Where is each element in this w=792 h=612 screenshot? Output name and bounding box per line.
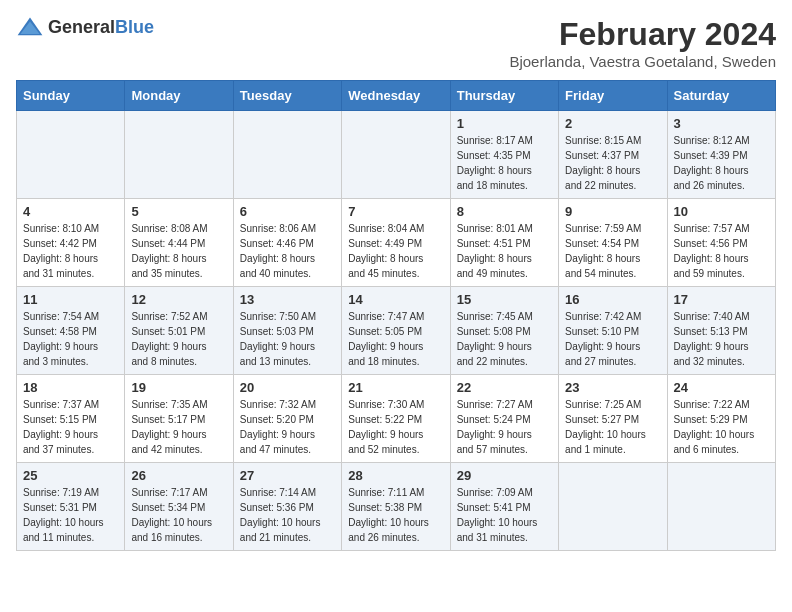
day-info: Sunrise: 7:25 AMSunset: 5:27 PMDaylight:… [565,397,660,457]
day-number: 7 [348,204,443,219]
day-info: Sunrise: 7:19 AMSunset: 5:31 PMDaylight:… [23,485,118,545]
calendar-cell: 17Sunrise: 7:40 AMSunset: 5:13 PMDayligh… [667,287,775,375]
day-number: 1 [457,116,552,131]
calendar-cell [342,111,450,199]
calendar-cell [17,111,125,199]
day-info: Sunrise: 7:50 AMSunset: 5:03 PMDaylight:… [240,309,335,369]
calendar-cell: 25Sunrise: 7:19 AMSunset: 5:31 PMDayligh… [17,463,125,551]
day-info: Sunrise: 8:15 AMSunset: 4:37 PMDaylight:… [565,133,660,193]
calendar-cell: 4Sunrise: 8:10 AMSunset: 4:42 PMDaylight… [17,199,125,287]
day-info: Sunrise: 7:35 AMSunset: 5:17 PMDaylight:… [131,397,226,457]
day-info: Sunrise: 7:45 AMSunset: 5:08 PMDaylight:… [457,309,552,369]
calendar-cell: 18Sunrise: 7:37 AMSunset: 5:15 PMDayligh… [17,375,125,463]
calendar-header: SundayMondayTuesdayWednesdayThursdayFrid… [17,81,776,111]
calendar-cell: 13Sunrise: 7:50 AMSunset: 5:03 PMDayligh… [233,287,341,375]
calendar-body: 1Sunrise: 8:17 AMSunset: 4:35 PMDaylight… [17,111,776,551]
calendar-cell: 28Sunrise: 7:11 AMSunset: 5:38 PMDayligh… [342,463,450,551]
calendar-cell: 27Sunrise: 7:14 AMSunset: 5:36 PMDayligh… [233,463,341,551]
day-number: 3 [674,116,769,131]
calendar: SundayMondayTuesdayWednesdayThursdayFrid… [16,80,776,551]
weekday-header-monday: Monday [125,81,233,111]
logo-text-blue: Blue [115,17,154,37]
day-info: Sunrise: 7:22 AMSunset: 5:29 PMDaylight:… [674,397,769,457]
main-title: February 2024 [509,16,776,53]
calendar-cell: 19Sunrise: 7:35 AMSunset: 5:17 PMDayligh… [125,375,233,463]
weekday-header-sunday: Sunday [17,81,125,111]
weekday-header-saturday: Saturday [667,81,775,111]
day-number: 28 [348,468,443,483]
day-info: Sunrise: 8:08 AMSunset: 4:44 PMDaylight:… [131,221,226,281]
calendar-cell: 29Sunrise: 7:09 AMSunset: 5:41 PMDayligh… [450,463,558,551]
day-number: 23 [565,380,660,395]
calendar-cell: 5Sunrise: 8:08 AMSunset: 4:44 PMDaylight… [125,199,233,287]
day-info: Sunrise: 7:32 AMSunset: 5:20 PMDaylight:… [240,397,335,457]
day-number: 5 [131,204,226,219]
day-info: Sunrise: 8:01 AMSunset: 4:51 PMDaylight:… [457,221,552,281]
calendar-cell [125,111,233,199]
calendar-cell: 11Sunrise: 7:54 AMSunset: 4:58 PMDayligh… [17,287,125,375]
day-info: Sunrise: 7:14 AMSunset: 5:36 PMDaylight:… [240,485,335,545]
day-number: 24 [674,380,769,395]
calendar-cell: 22Sunrise: 7:27 AMSunset: 5:24 PMDayligh… [450,375,558,463]
day-number: 8 [457,204,552,219]
day-info: Sunrise: 7:30 AMSunset: 5:22 PMDaylight:… [348,397,443,457]
calendar-cell: 16Sunrise: 7:42 AMSunset: 5:10 PMDayligh… [559,287,667,375]
calendar-cell: 14Sunrise: 7:47 AMSunset: 5:05 PMDayligh… [342,287,450,375]
day-info: Sunrise: 8:17 AMSunset: 4:35 PMDaylight:… [457,133,552,193]
calendar-cell: 20Sunrise: 7:32 AMSunset: 5:20 PMDayligh… [233,375,341,463]
day-info: Sunrise: 7:27 AMSunset: 5:24 PMDaylight:… [457,397,552,457]
calendar-cell: 1Sunrise: 8:17 AMSunset: 4:35 PMDaylight… [450,111,558,199]
header: GeneralBlue February 2024 Bjoerlanda, Va… [16,16,776,70]
calendar-cell: 2Sunrise: 8:15 AMSunset: 4:37 PMDaylight… [559,111,667,199]
day-number: 2 [565,116,660,131]
day-number: 16 [565,292,660,307]
day-number: 20 [240,380,335,395]
day-number: 15 [457,292,552,307]
day-number: 17 [674,292,769,307]
day-info: Sunrise: 8:04 AMSunset: 4:49 PMDaylight:… [348,221,443,281]
calendar-cell: 23Sunrise: 7:25 AMSunset: 5:27 PMDayligh… [559,375,667,463]
weekday-header-friday: Friday [559,81,667,111]
calendar-cell: 21Sunrise: 7:30 AMSunset: 5:22 PMDayligh… [342,375,450,463]
calendar-cell: 15Sunrise: 7:45 AMSunset: 5:08 PMDayligh… [450,287,558,375]
logo: GeneralBlue [16,16,154,38]
weekday-header-tuesday: Tuesday [233,81,341,111]
day-number: 25 [23,468,118,483]
calendar-cell [667,463,775,551]
calendar-cell: 8Sunrise: 8:01 AMSunset: 4:51 PMDaylight… [450,199,558,287]
calendar-cell: 6Sunrise: 8:06 AMSunset: 4:46 PMDaylight… [233,199,341,287]
day-number: 9 [565,204,660,219]
generalblue-logo-icon [16,16,44,38]
day-number: 13 [240,292,335,307]
day-number: 27 [240,468,335,483]
day-number: 19 [131,380,226,395]
day-number: 12 [131,292,226,307]
calendar-week-3: 11Sunrise: 7:54 AMSunset: 4:58 PMDayligh… [17,287,776,375]
day-info: Sunrise: 8:10 AMSunset: 4:42 PMDaylight:… [23,221,118,281]
day-number: 26 [131,468,226,483]
day-info: Sunrise: 7:57 AMSunset: 4:56 PMDaylight:… [674,221,769,281]
day-info: Sunrise: 8:06 AMSunset: 4:46 PMDaylight:… [240,221,335,281]
calendar-cell: 24Sunrise: 7:22 AMSunset: 5:29 PMDayligh… [667,375,775,463]
day-number: 6 [240,204,335,219]
weekday-row: SundayMondayTuesdayWednesdayThursdayFrid… [17,81,776,111]
calendar-week-2: 4Sunrise: 8:10 AMSunset: 4:42 PMDaylight… [17,199,776,287]
day-number: 14 [348,292,443,307]
calendar-week-5: 25Sunrise: 7:19 AMSunset: 5:31 PMDayligh… [17,463,776,551]
calendar-cell: 10Sunrise: 7:57 AMSunset: 4:56 PMDayligh… [667,199,775,287]
day-info: Sunrise: 7:59 AMSunset: 4:54 PMDaylight:… [565,221,660,281]
day-number: 18 [23,380,118,395]
weekday-header-wednesday: Wednesday [342,81,450,111]
day-info: Sunrise: 7:42 AMSunset: 5:10 PMDaylight:… [565,309,660,369]
day-number: 4 [23,204,118,219]
calendar-cell: 12Sunrise: 7:52 AMSunset: 5:01 PMDayligh… [125,287,233,375]
day-info: Sunrise: 7:37 AMSunset: 5:15 PMDaylight:… [23,397,118,457]
calendar-cell [233,111,341,199]
day-number: 29 [457,468,552,483]
day-info: Sunrise: 7:40 AMSunset: 5:13 PMDaylight:… [674,309,769,369]
day-info: Sunrise: 7:47 AMSunset: 5:05 PMDaylight:… [348,309,443,369]
logo-text-general: General [48,17,115,37]
sub-title: Bjoerlanda, Vaestra Goetaland, Sweden [509,53,776,70]
calendar-cell: 26Sunrise: 7:17 AMSunset: 5:34 PMDayligh… [125,463,233,551]
calendar-cell: 9Sunrise: 7:59 AMSunset: 4:54 PMDaylight… [559,199,667,287]
